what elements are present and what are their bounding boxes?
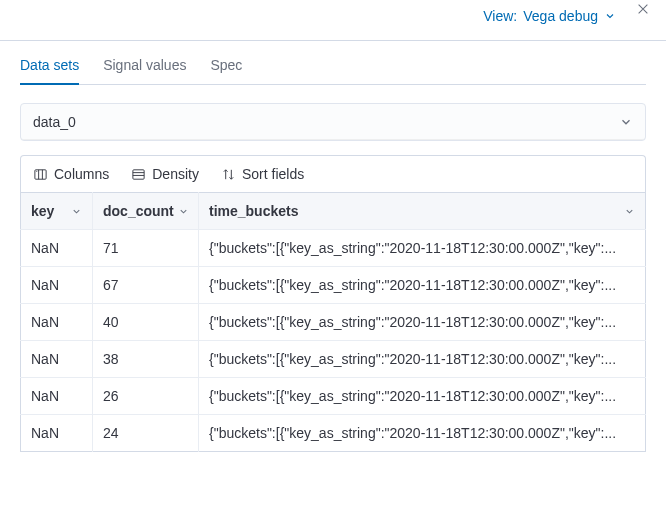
cell-key[interactable]: NaN <box>21 341 93 378</box>
chevron-down-icon <box>624 206 635 217</box>
tab-signal-values[interactable]: Signal values <box>103 57 186 84</box>
table-row: NaN38{"buckets":[{"key_as_string":"2020-… <box>21 341 646 378</box>
cell-key[interactable]: NaN <box>21 267 93 304</box>
cell-doc_count[interactable]: 24 <box>93 415 199 452</box>
close-icon[interactable] <box>636 2 650 16</box>
cell-time_buckets[interactable]: {"buckets":[{"key_as_string":"2020-11-18… <box>199 415 646 452</box>
density-label: Density <box>152 166 199 182</box>
cell-time_buckets[interactable]: {"buckets":[{"key_as_string":"2020-11-18… <box>199 304 646 341</box>
column-header-label: key <box>31 203 54 219</box>
cell-doc_count[interactable]: 38 <box>93 341 199 378</box>
cell-doc_count[interactable]: 71 <box>93 230 199 267</box>
column-header-label: doc_count <box>103 203 174 219</box>
columns-icon <box>33 167 48 182</box>
column-header-doc-count[interactable]: doc_count <box>93 193 199 230</box>
tabs: Data sets Signal values Spec <box>20 57 646 85</box>
toolbar: Columns Density Sort fields <box>20 155 646 192</box>
panel-header: View: Vega debug <box>0 0 666 40</box>
column-header-time-buckets[interactable]: time_buckets <box>199 193 646 230</box>
table-row: NaN67{"buckets":[{"key_as_string":"2020-… <box>21 267 646 304</box>
table-row: NaN40{"buckets":[{"key_as_string":"2020-… <box>21 304 646 341</box>
cell-time_buckets[interactable]: {"buckets":[{"key_as_string":"2020-11-18… <box>199 267 646 304</box>
cell-time_buckets[interactable]: {"buckets":[{"key_as_string":"2020-11-18… <box>199 341 646 378</box>
sort-icon <box>221 167 236 182</box>
svg-rect-2 <box>133 169 144 178</box>
column-header-label: time_buckets <box>209 203 298 219</box>
table-row: NaN71{"buckets":[{"key_as_string":"2020-… <box>21 230 646 267</box>
sort-fields-button[interactable]: Sort fields <box>221 166 304 182</box>
cell-key[interactable]: NaN <box>21 378 93 415</box>
columns-button[interactable]: Columns <box>33 166 109 182</box>
view-selected-value: Vega debug <box>523 8 598 24</box>
dataset-select-value: data_0 <box>33 114 76 130</box>
chevron-down-icon <box>619 115 633 129</box>
cell-time_buckets[interactable]: {"buckets":[{"key_as_string":"2020-11-18… <box>199 378 646 415</box>
cell-key[interactable]: NaN <box>21 230 93 267</box>
view-selector[interactable]: View: Vega debug <box>483 8 616 24</box>
cell-key[interactable]: NaN <box>21 415 93 452</box>
cell-time_buckets[interactable]: {"buckets":[{"key_as_string":"2020-11-18… <box>199 230 646 267</box>
tab-data-sets[interactable]: Data sets <box>20 57 79 85</box>
chevron-down-icon <box>604 10 616 22</box>
chevron-down-icon <box>178 206 189 217</box>
density-button[interactable]: Density <box>131 166 199 182</box>
table-row: NaN26{"buckets":[{"key_as_string":"2020-… <box>21 378 646 415</box>
data-grid: key doc_count time_buckets <box>20 192 646 452</box>
columns-label: Columns <box>54 166 109 182</box>
cell-doc_count[interactable]: 40 <box>93 304 199 341</box>
view-label-prefix: View: <box>483 8 517 24</box>
column-header-key[interactable]: key <box>21 193 93 230</box>
cell-doc_count[interactable]: 67 <box>93 267 199 304</box>
dataset-select[interactable]: data_0 <box>20 103 646 141</box>
chevron-down-icon <box>71 206 82 217</box>
table-row: NaN24{"buckets":[{"key_as_string":"2020-… <box>21 415 646 452</box>
tab-spec[interactable]: Spec <box>210 57 242 84</box>
density-icon <box>131 167 146 182</box>
cell-doc_count[interactable]: 26 <box>93 378 199 415</box>
sort-fields-label: Sort fields <box>242 166 304 182</box>
svg-point-1 <box>36 170 37 171</box>
cell-key[interactable]: NaN <box>21 304 93 341</box>
